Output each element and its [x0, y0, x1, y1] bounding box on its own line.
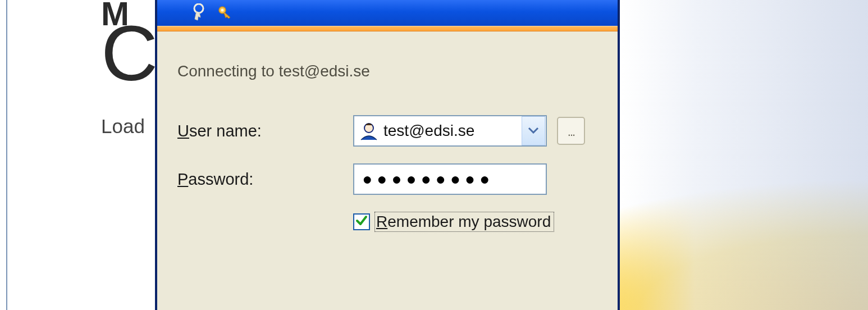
- remember-label[interactable]: Remember my password: [374, 212, 554, 232]
- password-input[interactable]: ●●●●●●●●●: [353, 163, 547, 195]
- window-left-edge: [0, 0, 7, 310]
- username-label: User name:: [177, 122, 353, 140]
- password-accesskey: P: [177, 170, 188, 188]
- chevron-down-icon: [528, 126, 539, 136]
- remember-row: Remember my password: [353, 212, 603, 232]
- credentials-dialog: Connecting to test@edsi.se User name: te…: [155, 0, 620, 310]
- remember-accesskey: R: [376, 213, 387, 230]
- check-icon: [355, 214, 368, 230]
- connecting-message: Connecting to test@edsi.se: [177, 62, 603, 80]
- remember-checkbox[interactable]: [353, 213, 370, 230]
- splash-text-fragment-c: C: [101, 14, 158, 93]
- splash-loading-text: Load: [101, 115, 145, 138]
- keys-icon: [191, 3, 207, 21]
- username-dropdown-button[interactable]: [522, 116, 545, 145]
- username-combo[interactable]: test@edsi.se: [353, 115, 547, 147]
- password-label: Password:: [177, 170, 353, 189]
- browse-button[interactable]: ...: [557, 117, 585, 145]
- dialog-titlebar[interactable]: [157, 0, 618, 26]
- connecting-prefix: Connecting to: [177, 62, 279, 80]
- dialog-body: Connecting to test@edsi.se User name: te…: [157, 31, 618, 232]
- password-row: Password: ●●●●●●●●●: [177, 163, 603, 195]
- connecting-target: test@edsi.se: [279, 62, 370, 80]
- username-value: test@edsi.se: [380, 122, 521, 140]
- svg-point-0: [194, 4, 203, 13]
- username-row: User name: test@edsi.se: [177, 115, 603, 147]
- user-avatar-icon: [358, 120, 380, 142]
- username-accesskey: U: [177, 122, 189, 140]
- svg-point-2: [221, 9, 224, 12]
- browse-button-label: ...: [568, 125, 574, 139]
- key-small-icon: [218, 6, 232, 19]
- dialog-accent-strip: [157, 26, 618, 31]
